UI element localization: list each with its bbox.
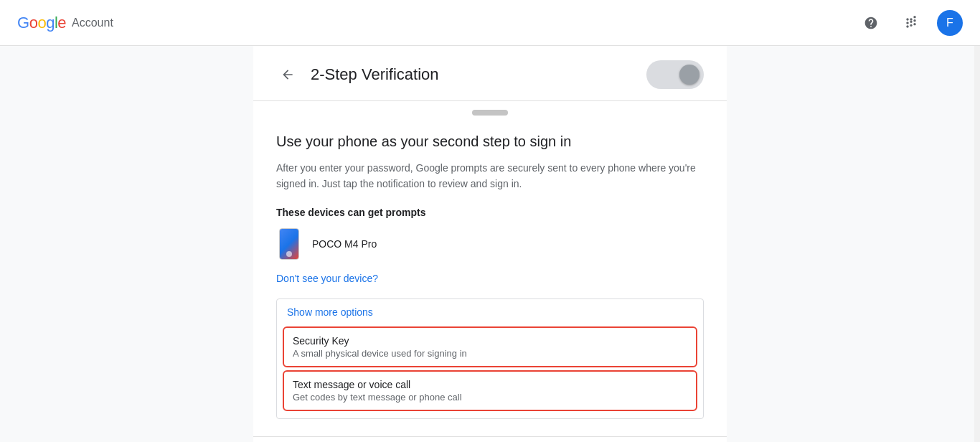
more-options-section: Show more options Security Key A small p…: [276, 298, 704, 419]
text-message-title: Text message or voice call: [293, 379, 687, 390]
user-avatar[interactable]: F: [937, 10, 963, 36]
devices-label: These devices can get prompts: [276, 207, 704, 218]
apps-button[interactable]: [897, 9, 925, 37]
section-heading: Use your phone as your second step to si…: [276, 131, 704, 151]
phone-home-btn: [286, 251, 292, 257]
page-header: 2-Step Verification: [253, 46, 727, 101]
back-button[interactable]: [276, 63, 299, 86]
security-key-title: Security Key: [293, 335, 687, 347]
phone-image: [279, 228, 299, 260]
page-title: 2-Step Verification: [311, 65, 439, 84]
card-body: Use your phone as your second step to si…: [253, 120, 727, 436]
toggle-knob: [679, 65, 699, 85]
google-logo: Google Account: [17, 14, 113, 32]
device-name: POCO M4 Pro: [312, 238, 377, 250]
scroll-indicator: [472, 110, 508, 116]
device-item: POCO M4 Pro: [276, 227, 704, 261]
action-row: CONTINUE: [253, 436, 727, 442]
app-header: Google Account F: [0, 0, 980, 46]
dont-see-link[interactable]: Don't see your device?: [276, 273, 378, 284]
security-key-option[interactable]: Security Key A small physical device use…: [283, 326, 697, 367]
help-button[interactable]: [857, 9, 885, 37]
header-actions: F: [857, 9, 963, 37]
toggle-illustration: [646, 60, 704, 89]
device-icon: [276, 227, 302, 261]
main-content: 2-Step Verification Use your phone as yo…: [0, 46, 980, 442]
text-message-option[interactable]: Text message or voice call Get codes by …: [283, 370, 697, 411]
account-label: Account: [72, 17, 113, 29]
scrollbar-track: [974, 0, 980, 442]
section-description: After you enter your password, Google pr…: [276, 160, 704, 192]
text-message-desc: Get codes by text message or phone call: [293, 392, 687, 403]
show-more-label[interactable]: Show more options: [277, 299, 703, 324]
security-key-desc: A small physical device used for signing…: [293, 348, 687, 359]
